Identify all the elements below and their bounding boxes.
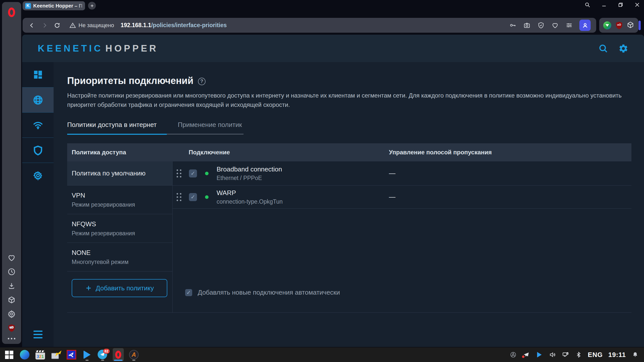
taskbar-edge[interactable]: [19, 348, 30, 361]
start-button[interactable]: [4, 348, 15, 361]
easy-setup-sliders-icon[interactable]: [565, 22, 573, 29]
router-page: KEENETICHOPPER: [22, 35, 644, 347]
bandwidth-value[interactable]: —: [389, 169, 395, 177]
svg-text:uO: uO: [10, 326, 14, 329]
drag-handle-icon[interactable]: [177, 193, 181, 201]
nav-menu-hamburger[interactable]: [22, 322, 54, 347]
connection-row-broadband: Broadband connection Ethernet / PPPoE —: [173, 161, 631, 186]
telegram-badge: 82: [103, 349, 110, 354]
drag-handle-icon[interactable]: [177, 169, 181, 177]
password-key-icon[interactable]: [509, 22, 516, 29]
volume-icon[interactable]: [549, 351, 556, 358]
taskbar-media-player[interactable]: [82, 348, 93, 361]
nav-security[interactable]: [22, 138, 54, 163]
taskbar-anarchy-app[interactable]: A: [128, 348, 139, 361]
taskbar-satellite-app[interactable]: [66, 348, 77, 361]
dashboard-icon: [33, 69, 43, 80]
ublock-extension-icon[interactable]: uO: [7, 324, 16, 332]
policy-default[interactable]: Политика по умолчанию: [67, 161, 172, 186]
taskbar-opera[interactable]: [113, 348, 124, 361]
bookmarks-heart-icon[interactable]: [7, 253, 16, 262]
opera-sidebar: uO: [2, 2, 21, 344]
language-indicator[interactable]: ENG: [588, 351, 603, 359]
tab-policy-application[interactable]: Применение политик: [167, 121, 244, 134]
idm-extension-icon[interactable]: [603, 21, 611, 29]
tab-title: Keenetic Hopper – Прио: [33, 3, 83, 9]
tray-anarchy-icon[interactable]: [509, 351, 517, 358]
nav-management[interactable]: [22, 163, 54, 188]
downloads-icon[interactable]: [7, 282, 16, 290]
close-button[interactable]: [634, 2, 640, 8]
connection-checkbox[interactable]: [189, 169, 197, 177]
play-icon: [84, 350, 91, 359]
col-connection: Подключение: [173, 149, 389, 156]
more-options-icon[interactable]: [8, 338, 15, 339]
policy-vpn[interactable]: VPN Режим резервирования: [67, 186, 172, 214]
shield-check-icon[interactable]: [537, 22, 545, 29]
policies-table: Политика доступа Подключение Управление …: [67, 143, 631, 313]
svg-text:uO: uO: [617, 23, 621, 26]
bandwidth-value[interactable]: —: [389, 193, 395, 201]
sidebar-handle[interactable]: [638, 21, 641, 30]
wifi-icon: [33, 120, 43, 130]
extensions-panel: uO: [599, 18, 638, 33]
page-search-icon[interactable]: [598, 43, 608, 54]
back-icon[interactable]: [28, 22, 36, 29]
settings-gear-icon[interactable]: [7, 310, 16, 318]
policy-nfqws[interactable]: NFQWS Режим резервирования: [67, 214, 172, 243]
profile-button[interactable]: [579, 20, 591, 31]
history-clock-icon[interactable]: [7, 267, 16, 276]
nav-dashboard[interactable]: [22, 62, 54, 87]
connection-subtitle: Ethernet / PPPoE: [217, 175, 282, 182]
auto-add-checkbox[interactable]: [185, 289, 192, 296]
windows-taskbar: 321 82: [0, 347, 644, 362]
window-search-icon[interactable]: [584, 2, 591, 8]
ublock-toolbar-icon[interactable]: uO: [615, 21, 623, 29]
help-icon[interactable]: ?: [198, 78, 206, 85]
auto-add-label: Добавлять новые подключения автоматическ…: [198, 289, 340, 296]
tray-telegram-icon[interactable]: [522, 351, 530, 358]
address-bar[interactable]: Не защищено 192.168.1.1/policies/interfa…: [23, 18, 596, 33]
restore-button[interactable]: [617, 2, 624, 8]
snapshot-camera-icon[interactable]: [523, 22, 531, 29]
connection-subtitle: connection-type.OpkgTun: [217, 198, 283, 205]
taskbar-mpc[interactable]: 321: [35, 348, 46, 361]
forward-icon[interactable]: [41, 22, 48, 29]
network-icon[interactable]: [562, 351, 569, 358]
keenetic-favicon: [25, 3, 31, 9]
policy-column: Политика по умолчанию VPN Режим резервир…: [67, 161, 173, 312]
site-security[interactable]: Не защищено: [69, 22, 114, 29]
bookmark-heart-icon[interactable]: [551, 22, 559, 29]
mpc-icon: 321: [35, 350, 45, 359]
shield-icon: [33, 145, 43, 156]
taskbar-flashget[interactable]: [50, 348, 61, 361]
minimize-button[interactable]: [601, 2, 607, 8]
clock[interactable]: 19:11: [608, 351, 626, 359]
page-title: Приоритеты подключений: [67, 75, 193, 86]
tabs: Политики доступа в интернет Применение п…: [67, 121, 631, 135]
tab-access-policies[interactable]: Политики доступа в интернет: [67, 121, 167, 135]
new-tab-button[interactable]: [88, 2, 96, 10]
url-text[interactable]: 192.168.1.1/policies/interface-prioritie…: [120, 22, 227, 29]
person-icon: [582, 22, 589, 29]
page-settings-gear-icon[interactable]: [618, 43, 628, 54]
extensions-cube-toolbar-icon[interactable]: [627, 21, 634, 30]
notification-bell-icon[interactable]: [631, 351, 639, 358]
add-policy-button[interactable]: Добавить политику: [72, 279, 167, 297]
tray-player-icon[interactable]: [536, 351, 543, 358]
bluetooth-icon[interactable]: [575, 351, 582, 358]
browser-tab[interactable]: Keenetic Hopper – Прио: [23, 1, 85, 10]
connection-title: Broadband connection: [217, 165, 282, 173]
connection-checkbox[interactable]: [189, 193, 197, 201]
connection-title: WARP: [217, 189, 283, 197]
taskbar-telegram[interactable]: 82: [97, 348, 108, 361]
extensions-cube-icon[interactable]: [7, 296, 16, 304]
keenetic-logo[interactable]: KEENETICHOPPER: [38, 43, 158, 54]
table-header: Политика доступа Подключение Управление …: [67, 143, 631, 161]
nav-wifi[interactable]: [22, 112, 54, 138]
nav-internet[interactable]: [22, 87, 54, 112]
reload-icon[interactable]: [53, 22, 61, 29]
status-dot-green: [205, 195, 209, 199]
policy-none[interactable]: NONE Многопутевой режим: [67, 243, 172, 272]
opera-logo-icon[interactable]: [8, 8, 15, 17]
